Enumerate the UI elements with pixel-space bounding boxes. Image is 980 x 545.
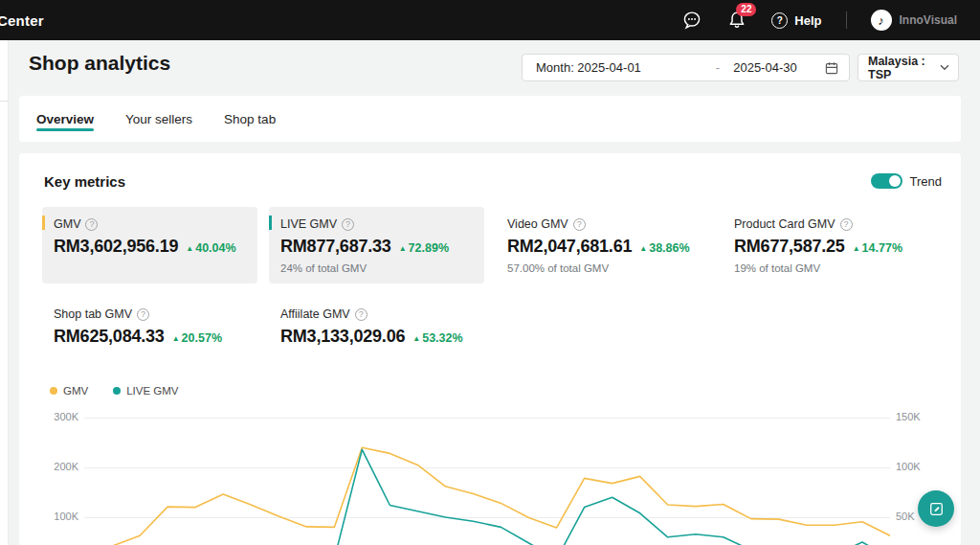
topbar-divider: [846, 11, 847, 29]
help-tooltip-icon[interactable]: ?: [355, 308, 368, 321]
legend-dot-live-gmv-icon: [113, 387, 121, 395]
date-separator: -: [716, 60, 720, 75]
left-axis-tick: 300K: [38, 411, 78, 422]
tab-your-sellers[interactable]: Your sellers: [125, 99, 192, 140]
up-arrow-icon: ▲: [399, 244, 407, 253]
metric-value: RM877,687.33: [280, 237, 391, 257]
brand-label[interactable]: Center: [0, 12, 44, 29]
right-axis-tick: 100K: [896, 461, 938, 472]
chart-legend: GMV LIVE GMV: [50, 385, 179, 397]
topbar: Center 22 ? Help: [0, 0, 980, 40]
legend-gmv[interactable]: GMV: [50, 385, 88, 397]
account-name: InnoVisual: [900, 13, 957, 27]
edit-icon: [928, 501, 945, 517]
metric-subtext: 19% of total GMV: [734, 262, 926, 274]
help-tooltip-icon[interactable]: ?: [342, 218, 354, 231]
sidebar-divider: [0, 101, 9, 102]
legend-live-gmv-label: LIVE GMV: [126, 385, 178, 397]
metric-label: Affiilate GMV: [280, 307, 350, 321]
metric-subtext: 24% of total GMV: [280, 262, 473, 274]
topbar-actions: 22 ? Help ♪ InnoVisual: [681, 10, 957, 31]
up-arrow-icon: ▲: [853, 244, 860, 253]
right-axis-tick: 150K: [896, 411, 938, 422]
notification-badge: 22: [736, 3, 756, 16]
calendar-icon: [824, 60, 839, 76]
tab-bar: Overview Your sellers Shop tab: [19, 96, 961, 142]
legend-gmv-label: GMV: [63, 385, 88, 397]
date-end-value: 2025-04-30: [733, 60, 824, 75]
metric-value: RM3,133,029.06: [280, 327, 405, 347]
page: Center 22 ? Help: [0, 0, 980, 545]
metric-value: RM677,587.25: [734, 237, 845, 257]
metric-card-gmv[interactable]: GMV ? RM3,602,956.19 ▲40.04%: [42, 207, 257, 284]
up-arrow-icon: ▲: [412, 334, 420, 343]
up-arrow-icon: ▲: [186, 244, 193, 253]
metric-label: GMV: [54, 217, 80, 231]
metric-card-product-card-gmv[interactable]: Product Card GMV ? RM677,587.25 ▲14.77% …: [723, 207, 938, 284]
trend-control: Trend: [871, 173, 942, 189]
metric-subtext: [280, 352, 473, 353]
metric-card-affiliate-gmv[interactable]: Affiilate GMV ? RM3,133,029.06 ▲53.32%: [269, 297, 484, 363]
account-menu[interactable]: ♪ InnoVisual: [871, 10, 957, 31]
metric-value: RM3,602,956.19: [54, 237, 178, 257]
metric-change: 40.04%: [195, 241, 235, 255]
up-arrow-icon: ▲: [172, 334, 180, 343]
metric-change: 38.86%: [649, 241, 689, 255]
help-tooltip-icon[interactable]: ?: [840, 218, 853, 231]
collapsed-sidebar[interactable]: [0, 40, 9, 545]
date-range-picker[interactable]: Month: 2025-04-01 - 2025-04-30: [522, 54, 850, 81]
chevron-down-icon: [940, 64, 949, 71]
messages-icon[interactable]: [681, 10, 702, 31]
legend-live-gmv[interactable]: LIVE GMV: [113, 385, 178, 397]
tab-shop-tab-label: Shop tab: [224, 112, 276, 126]
date-start-value: Month: 2025-04-01: [536, 60, 641, 75]
metric-label: LIVE GMV: [280, 217, 337, 231]
metric-card-video-gmv[interactable]: Video GMV ? RM2,047,681.61 ▲38.86% 57.00…: [496, 207, 711, 284]
tab-shop-tab[interactable]: Shop tab: [224, 99, 276, 140]
region-value: Malaysia : TSP: [868, 55, 940, 81]
metric-change: 20.57%: [182, 331, 222, 345]
tiktok-logo-icon: ♪: [871, 10, 892, 31]
help-label: Help: [794, 13, 821, 28]
card-accent-stripe: [42, 216, 45, 230]
trend-chart-svg: [84, 402, 890, 545]
metric-value: RM625,084.33: [54, 327, 165, 347]
metric-subtext: [54, 262, 246, 263]
help-tooltip-icon[interactable]: ?: [85, 218, 98, 231]
left-axis-tick: 200K: [38, 461, 78, 472]
up-arrow-icon: ▲: [639, 244, 647, 253]
trend-toggle[interactable]: [871, 173, 902, 189]
legend-dot-gmv-icon: [50, 387, 57, 395]
help-tooltip-icon[interactable]: ?: [137, 308, 149, 321]
metric-subtext: [54, 352, 246, 353]
metric-label: Shop tab GMV: [54, 307, 132, 321]
region-selector[interactable]: Malaysia : TSP: [858, 54, 959, 81]
feedback-fab-button[interactable]: [918, 490, 954, 527]
help-tooltip-icon[interactable]: ?: [573, 218, 586, 231]
metric-card-live-gmv[interactable]: LIVE GMV ? RM877,687.33 ▲72.89% 24% of t…: [269, 207, 484, 284]
key-metrics-panel: Key metrics Trend GMV ? RM3,602,956.19 ▲…: [19, 153, 961, 545]
metric-change: 72.89%: [409, 241, 449, 255]
metric-cards-grid: GMV ? RM3,602,956.19 ▲40.04% LIVE GMV ? …: [42, 207, 938, 363]
metric-card-shop-tab-gmv[interactable]: Shop tab GMV ? RM625,084.33 ▲20.57%: [42, 297, 257, 363]
page-title: Shop analytics: [29, 52, 170, 75]
metric-change: 14.77%: [862, 241, 902, 255]
metric-value: RM2,047,681.61: [507, 237, 632, 257]
metric-subtext: 57.00% of total GMV: [507, 262, 700, 274]
metric-label: Video GMV: [507, 217, 568, 231]
section-title: Key metrics: [44, 173, 125, 190]
tab-overview[interactable]: Overview: [36, 99, 94, 140]
help-icon: ?: [771, 12, 788, 29]
tab-overview-label: Overview: [36, 112, 94, 126]
notifications-bell-icon[interactable]: 22: [726, 10, 747, 31]
metric-label: Product Card GMV: [734, 217, 835, 231]
tab-your-sellers-label: Your sellers: [125, 112, 192, 126]
help-button[interactable]: ? Help: [771, 12, 821, 29]
card-accent-stripe: [269, 216, 272, 230]
toggle-knob: [889, 175, 901, 187]
trend-label: Trend: [910, 174, 942, 189]
left-axis-tick: 100K: [38, 511, 78, 522]
metric-change: 53.32%: [422, 331, 462, 345]
